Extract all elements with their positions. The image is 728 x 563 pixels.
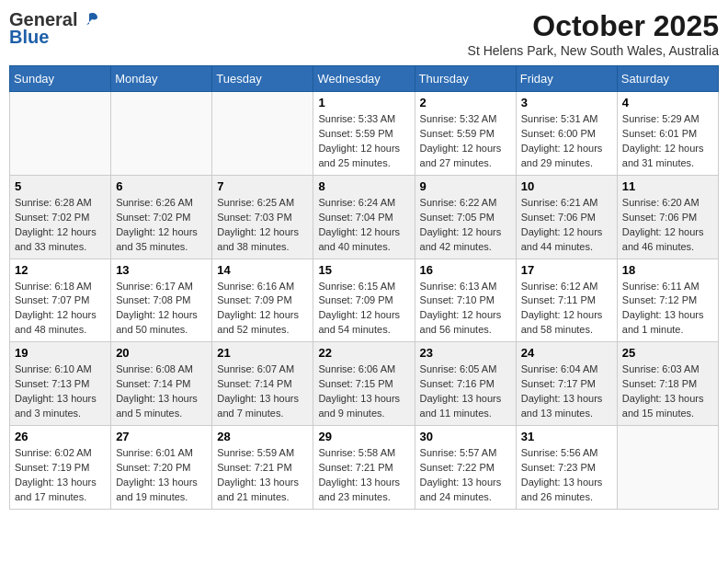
calendar-day-cell: 16Sunrise: 6:13 AM Sunset: 7:10 PM Dayli… — [415, 259, 516, 342]
calendar-day-cell: 30Sunrise: 5:57 AM Sunset: 7:22 PM Dayli… — [415, 426, 516, 510]
calendar-day-cell: 2Sunrise: 5:32 AM Sunset: 5:59 PM Daylig… — [415, 92, 516, 176]
calendar-day-cell: 18Sunrise: 6:11 AM Sunset: 7:12 PM Dayli… — [617, 259, 718, 342]
calendar-day-cell — [212, 92, 313, 176]
calendar-day-cell — [111, 92, 212, 176]
day-number: 22 — [318, 346, 409, 360]
calendar-day-cell: 13Sunrise: 6:17 AM Sunset: 7:08 PM Dayli… — [111, 259, 212, 342]
logo-blue: Blue — [9, 27, 49, 48]
day-number: 28 — [217, 430, 308, 443]
day-number: 12 — [15, 263, 106, 277]
month-title: October 2025 — [468, 9, 719, 43]
calendar-day-cell: 7Sunrise: 6:25 AM Sunset: 7:03 PM Daylig… — [212, 175, 313, 259]
calendar-day-cell: 20Sunrise: 6:08 AM Sunset: 7:14 PM Dayli… — [111, 342, 212, 426]
day-info: Sunrise: 6:20 AM Sunset: 7:06 PM Dayligh… — [622, 196, 713, 255]
calendar-day-cell: 12Sunrise: 6:18 AM Sunset: 7:07 PM Dayli… — [10, 259, 111, 342]
day-info: Sunrise: 5:33 AM Sunset: 5:59 PM Dayligh… — [318, 112, 409, 171]
day-number: 9 — [420, 179, 511, 193]
day-number: 24 — [521, 346, 612, 360]
day-info: Sunrise: 6:21 AM Sunset: 7:06 PM Dayligh… — [521, 196, 612, 255]
calendar-day-cell: 17Sunrise: 6:12 AM Sunset: 7:11 PM Dayli… — [516, 259, 617, 342]
calendar-header-row: SundayMondayTuesdayWednesdayThursdayFrid… — [10, 66, 719, 92]
day-number: 21 — [217, 346, 308, 360]
day-info: Sunrise: 6:16 AM Sunset: 7:09 PM Dayligh… — [217, 280, 308, 339]
calendar-day-cell: 21Sunrise: 6:07 AM Sunset: 7:14 PM Dayli… — [212, 342, 313, 426]
calendar-day-cell: 19Sunrise: 6:10 AM Sunset: 7:13 PM Dayli… — [10, 342, 111, 426]
calendar-day-cell: 29Sunrise: 5:58 AM Sunset: 7:21 PM Dayli… — [313, 426, 415, 510]
day-info: Sunrise: 6:10 AM Sunset: 7:13 PM Dayligh… — [15, 362, 106, 421]
calendar-day-cell: 3Sunrise: 5:31 AM Sunset: 6:00 PM Daylig… — [516, 92, 617, 176]
calendar-day-cell: 31Sunrise: 5:56 AM Sunset: 7:23 PM Dayli… — [516, 426, 617, 510]
calendar-day-cell: 9Sunrise: 6:22 AM Sunset: 7:05 PM Daylig… — [415, 175, 516, 259]
day-info: Sunrise: 6:22 AM Sunset: 7:05 PM Dayligh… — [420, 196, 511, 255]
calendar-day-cell: 26Sunrise: 6:02 AM Sunset: 7:19 PM Dayli… — [10, 426, 111, 510]
calendar-day-cell: 28Sunrise: 5:59 AM Sunset: 7:21 PM Dayli… — [212, 426, 313, 510]
calendar-day-cell: 22Sunrise: 6:06 AM Sunset: 7:15 PM Dayli… — [313, 342, 415, 426]
title-section: October 2025 St Helens Park, New South W… — [468, 9, 719, 58]
day-number: 7 — [217, 179, 308, 193]
day-info: Sunrise: 5:59 AM Sunset: 7:21 PM Dayligh… — [217, 446, 308, 505]
day-info: Sunrise: 6:15 AM Sunset: 7:09 PM Dayligh… — [318, 280, 409, 339]
day-info: Sunrise: 6:28 AM Sunset: 7:02 PM Dayligh… — [15, 196, 106, 255]
day-number: 19 — [15, 346, 106, 360]
calendar-week-row: 1Sunrise: 5:33 AM Sunset: 5:59 PM Daylig… — [10, 92, 719, 176]
day-info: Sunrise: 5:32 AM Sunset: 5:59 PM Dayligh… — [420, 112, 511, 171]
calendar-day-header: Tuesday — [212, 66, 313, 92]
day-info: Sunrise: 6:03 AM Sunset: 7:18 PM Dayligh… — [622, 362, 713, 421]
day-number: 26 — [15, 430, 106, 443]
day-number: 14 — [217, 263, 308, 277]
day-info: Sunrise: 6:18 AM Sunset: 7:07 PM Dayligh… — [15, 280, 106, 339]
calendar-day-cell: 24Sunrise: 6:04 AM Sunset: 7:17 PM Dayli… — [516, 342, 617, 426]
calendar-day-cell: 4Sunrise: 5:29 AM Sunset: 6:01 PM Daylig… — [617, 92, 718, 176]
day-info: Sunrise: 5:58 AM Sunset: 7:21 PM Dayligh… — [318, 446, 409, 505]
day-number: 16 — [420, 263, 511, 277]
calendar-week-row: 19Sunrise: 6:10 AM Sunset: 7:13 PM Dayli… — [10, 342, 719, 426]
location: St Helens Park, New South Wales, Austral… — [468, 43, 719, 58]
day-number: 10 — [521, 179, 612, 193]
calendar-day-header: Thursday — [415, 66, 516, 92]
calendar-day-cell: 6Sunrise: 6:26 AM Sunset: 7:02 PM Daylig… — [111, 175, 212, 259]
calendar-week-row: 12Sunrise: 6:18 AM Sunset: 7:07 PM Dayli… — [10, 259, 719, 342]
calendar-day-cell: 11Sunrise: 6:20 AM Sunset: 7:06 PM Dayli… — [617, 175, 718, 259]
day-info: Sunrise: 6:07 AM Sunset: 7:14 PM Dayligh… — [217, 362, 308, 421]
day-number: 6 — [116, 179, 207, 193]
calendar-week-row: 26Sunrise: 6:02 AM Sunset: 7:19 PM Dayli… — [10, 426, 719, 510]
calendar-day-header: Friday — [516, 66, 617, 92]
day-number: 11 — [622, 179, 713, 193]
calendar-table: SundayMondayTuesdayWednesdayThursdayFrid… — [9, 65, 719, 510]
day-info: Sunrise: 6:05 AM Sunset: 7:16 PM Dayligh… — [420, 362, 511, 421]
day-number: 1 — [318, 96, 409, 109]
day-number: 29 — [318, 430, 409, 443]
day-number: 27 — [116, 430, 207, 443]
day-info: Sunrise: 6:06 AM Sunset: 7:15 PM Dayligh… — [318, 362, 409, 421]
day-info: Sunrise: 6:12 AM Sunset: 7:11 PM Dayligh… — [521, 280, 612, 339]
day-info: Sunrise: 5:29 AM Sunset: 6:01 PM Dayligh… — [622, 112, 713, 171]
calendar-day-cell: 25Sunrise: 6:03 AM Sunset: 7:18 PM Dayli… — [617, 342, 718, 426]
day-number: 31 — [521, 430, 612, 443]
calendar-day-cell: 10Sunrise: 6:21 AM Sunset: 7:06 PM Dayli… — [516, 175, 617, 259]
day-number: 15 — [318, 263, 409, 277]
day-number: 17 — [521, 263, 612, 277]
day-info: Sunrise: 6:08 AM Sunset: 7:14 PM Dayligh… — [116, 362, 207, 421]
logo-bird-icon — [79, 10, 99, 30]
calendar-day-header: Saturday — [617, 66, 718, 92]
day-number: 30 — [420, 430, 511, 443]
day-number: 25 — [622, 346, 713, 360]
calendar-day-header: Wednesday — [313, 66, 415, 92]
calendar-day-cell: 5Sunrise: 6:28 AM Sunset: 7:02 PM Daylig… — [10, 175, 111, 259]
calendar-day-header: Monday — [111, 66, 212, 92]
day-info: Sunrise: 5:56 AM Sunset: 7:23 PM Dayligh… — [521, 446, 612, 505]
day-info: Sunrise: 5:57 AM Sunset: 7:22 PM Dayligh… — [420, 446, 511, 505]
calendar-day-cell: 23Sunrise: 6:05 AM Sunset: 7:16 PM Dayli… — [415, 342, 516, 426]
day-number: 23 — [420, 346, 511, 360]
day-info: Sunrise: 6:02 AM Sunset: 7:19 PM Dayligh… — [15, 446, 106, 505]
calendar-day-cell: 27Sunrise: 6:01 AM Sunset: 7:20 PM Dayli… — [111, 426, 212, 510]
calendar-body: 1Sunrise: 5:33 AM Sunset: 5:59 PM Daylig… — [10, 92, 719, 510]
day-number: 3 — [521, 96, 612, 109]
day-info: Sunrise: 6:13 AM Sunset: 7:10 PM Dayligh… — [420, 280, 511, 339]
day-number: 18 — [622, 263, 713, 277]
calendar-day-cell: 15Sunrise: 6:15 AM Sunset: 7:09 PM Dayli… — [313, 259, 415, 342]
calendar-day-cell: 8Sunrise: 6:24 AM Sunset: 7:04 PM Daylig… — [313, 175, 415, 259]
calendar-week-row: 5Sunrise: 6:28 AM Sunset: 7:02 PM Daylig… — [10, 175, 719, 259]
page-header: General Blue October 2025 St Helens Park… — [9, 9, 719, 58]
day-number: 4 — [622, 96, 713, 109]
